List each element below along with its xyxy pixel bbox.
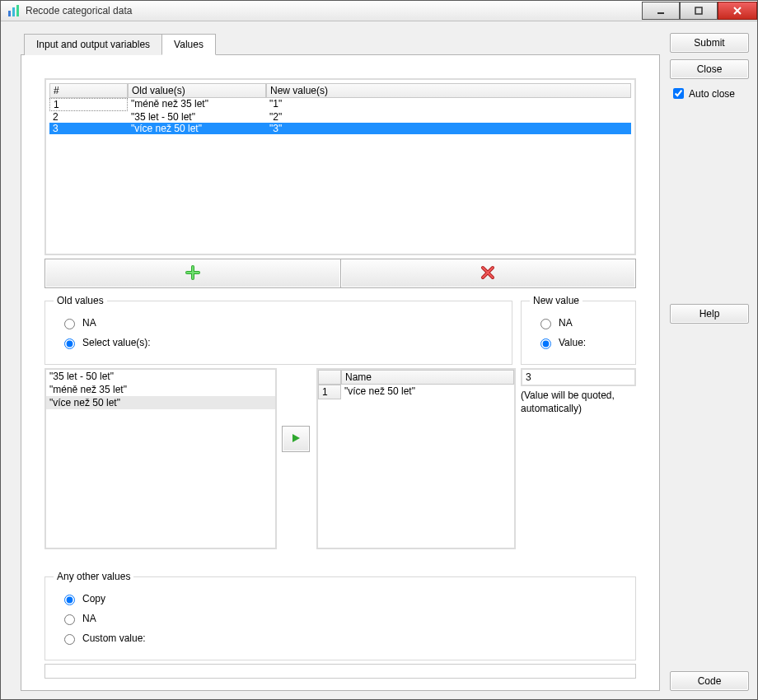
window-title: Recode categorical data <box>26 5 132 16</box>
value-selection-row: "35 let - 50 let" "méně než 35 let" "víc… <box>44 368 636 549</box>
progress-bar <box>44 664 636 679</box>
move-right-button[interactable] <box>282 426 310 452</box>
new-value-hint: (Value will be quoted, automatically) <box>521 390 636 415</box>
old-values-na-label[interactable]: NA <box>82 317 96 329</box>
table-body[interactable]: 1 "méně než 35 let" "1" 2 "35 let - 50 l… <box>49 98 631 250</box>
close-button[interactable]: Close <box>670 59 749 79</box>
old-values-legend: Old values <box>54 295 107 306</box>
maximize-button[interactable] <box>680 2 718 20</box>
new-value-na-radio[interactable] <box>540 319 551 329</box>
svg-rect-1 <box>12 7 15 16</box>
code-button[interactable]: Code <box>670 671 749 691</box>
list-item[interactable]: "35 let - 50 let" <box>46 370 275 383</box>
new-value-value-radio[interactable] <box>540 338 551 349</box>
dialog-window: Recode categorical data Input and output… <box>0 0 758 700</box>
svg-rect-4 <box>695 7 702 14</box>
tab-values[interactable]: Values <box>161 34 216 55</box>
selected-values-table[interactable]: Name 1 "více než 50 let" <box>316 368 516 549</box>
minimize-button[interactable] <box>642 2 680 20</box>
close-window-button[interactable] <box>718 2 757 20</box>
plus-icon <box>185 265 200 282</box>
any-other-values-fieldset: Any other values Copy NA Custom value: <box>44 571 636 660</box>
other-na-label[interactable]: NA <box>82 613 96 624</box>
tab-bar: Input and output variables Values <box>21 33 660 55</box>
old-values-select-label[interactable]: Select value(s): <box>82 337 151 348</box>
other-na-radio[interactable] <box>64 614 75 625</box>
new-value-fieldset: New value NA Value: <box>521 295 636 365</box>
other-copy-radio[interactable] <box>64 595 75 605</box>
other-custom-radio[interactable] <box>64 634 75 645</box>
tab-input-output[interactable]: Input and output variables <box>24 34 162 55</box>
table-row[interactable]: 1 "více než 50 let" <box>318 385 514 399</box>
new-value-value-label[interactable]: Value: <box>559 337 586 348</box>
auto-close-label[interactable]: Auto close <box>689 88 735 100</box>
add-rule-button[interactable] <box>44 259 341 288</box>
table-row[interactable]: 2 "35 let - 50 let" "2" <box>49 111 631 123</box>
titlebar[interactable]: Recode categorical data <box>1 1 757 21</box>
table-row[interactable]: 1 "méně než 35 let" "1" <box>49 98 631 111</box>
selected-header-num[interactable] <box>318 370 341 385</box>
main-column: Input and output variables Values # Old … <box>21 33 660 691</box>
list-item[interactable]: "méně než 35 let" <box>46 383 275 396</box>
auto-close-option: Auto close <box>670 86 749 101</box>
tab-body-values: # Old value(s) New value(s) 1 "méně než … <box>21 55 660 691</box>
delete-rule-button[interactable] <box>340 259 637 288</box>
list-item[interactable]: "více než 50 let" <box>46 396 275 409</box>
cross-icon <box>480 265 495 282</box>
other-copy-label[interactable]: Copy <box>82 593 105 604</box>
new-value-legend: New value <box>530 295 583 306</box>
old-values-select-radio[interactable] <box>64 338 75 349</box>
content-area: Input and output variables Values # Old … <box>1 21 757 699</box>
submit-button[interactable]: Submit <box>670 33 749 53</box>
selected-header-name[interactable]: Name <box>341 370 514 385</box>
values-editor-row: Old values NA Select value(s): New value <box>44 295 636 365</box>
table-header-new[interactable]: New value(s) <box>266 83 631 98</box>
play-icon <box>290 432 302 446</box>
window-controls <box>642 2 757 20</box>
any-other-values-legend: Any other values <box>54 571 133 582</box>
available-values-list[interactable]: "35 let - 50 let" "méně než 35 let" "víc… <box>44 368 277 549</box>
old-values-fieldset: Old values NA Select value(s): <box>44 295 512 365</box>
svg-rect-0 <box>8 11 11 16</box>
help-button[interactable]: Help <box>670 304 749 324</box>
other-custom-label[interactable]: Custom value: <box>82 632 146 644</box>
side-column: Submit Close Auto close Help Code <box>670 33 749 691</box>
old-values-na-radio[interactable] <box>64 319 75 329</box>
new-value-input[interactable] <box>521 368 636 386</box>
table-header-old[interactable]: Old value(s) <box>128 83 266 98</box>
new-value-na-label[interactable]: NA <box>559 317 573 329</box>
table-header-num[interactable]: # <box>49 83 128 98</box>
auto-close-checkbox[interactable] <box>673 88 684 99</box>
svg-rect-2 <box>16 5 19 16</box>
svg-rect-3 <box>657 12 664 14</box>
app-icon <box>7 4 21 17</box>
recode-rules-table: # Old value(s) New value(s) 1 "méně než … <box>44 78 636 255</box>
table-row[interactable]: 3 "více než 50 let" "3" <box>49 123 631 134</box>
add-remove-row <box>44 259 636 288</box>
